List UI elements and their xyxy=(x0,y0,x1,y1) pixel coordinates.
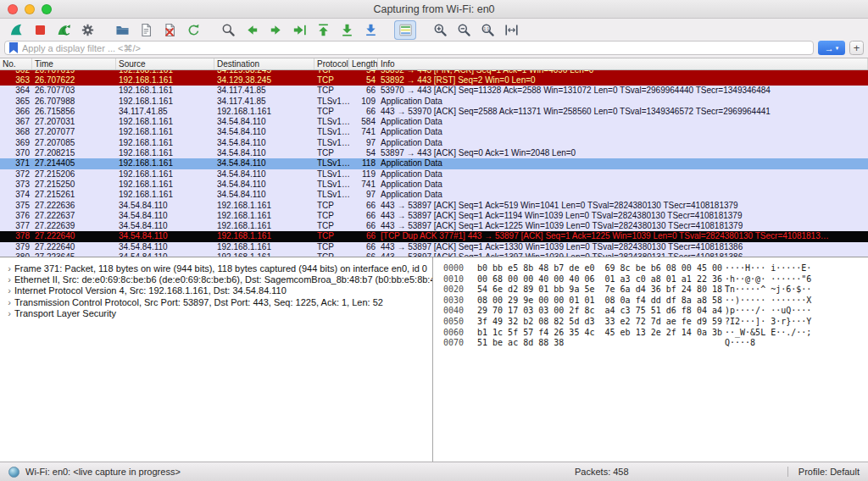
titlebar: Capturing from Wi-Fi: en0 xyxy=(0,0,868,19)
zoom-out-button[interactable] xyxy=(453,20,475,40)
packet-row-376[interactable]: 37627.22263734.54.84.110192.168.1.161TCP… xyxy=(0,211,868,221)
close-file-button[interactable] xyxy=(159,20,181,40)
cell-source: 34.54.84.110 xyxy=(116,201,214,211)
expander-icon[interactable]: › xyxy=(4,285,14,296)
add-filter-button[interactable]: + xyxy=(849,41,864,55)
detail-text: Frame 371: Packet, 118 bytes on wire (94… xyxy=(14,263,427,274)
colorize-button[interactable] xyxy=(394,20,416,40)
cell-length: 66 xyxy=(349,86,378,96)
packet-row-369[interactable]: 36927.207085192.168.1.16134.54.84.110TLS… xyxy=(0,138,868,148)
cell-time: 27.208215 xyxy=(32,148,116,158)
packet-row-378[interactable]: 37827.22264034.54.84.110192.168.1.161TCP… xyxy=(0,231,868,241)
column-header-info[interactable]: Info xyxy=(378,58,868,69)
cell-time: 27.207077 xyxy=(32,127,116,137)
detail-line[interactable]: ›Frame 371: Packet, 118 bytes on wire (9… xyxy=(4,263,432,274)
zoom-100-button[interactable]: 1:1 xyxy=(476,20,498,40)
go-forward-button[interactable] xyxy=(264,20,287,40)
column-header-destination[interactable]: Destination xyxy=(214,58,314,69)
hex-bytes: 51 be ac 8d 88 38 xyxy=(477,338,725,349)
hex-line[interactable]: 0060b1 1c 5f 57 f4 26 35 4c 45 eb 13 2e … xyxy=(443,328,868,339)
stop-capture-button[interactable] xyxy=(29,20,51,40)
packet-row-367[interactable]: 36727.207031192.168.1.16134.54.84.110TLS… xyxy=(0,117,868,127)
restart-capture-button[interactable] xyxy=(53,20,75,40)
cell-info: Application Data xyxy=(378,169,868,180)
packet-row-370[interactable]: 37027.208215192.168.1.16134.54.84.110TCP… xyxy=(0,148,868,158)
chevron-down-icon: ▾ xyxy=(836,45,839,52)
display-filter-box[interactable] xyxy=(4,41,814,55)
capture-options-button[interactable] xyxy=(76,20,98,40)
column-header-protocol[interactable]: Protocol xyxy=(314,58,349,69)
go-first-icon xyxy=(315,22,331,38)
hex-line[interactable]: 007051 be ac 8d 88 38Q····8 xyxy=(443,338,868,349)
hex-ascii: ·h··@·@· ······"6 xyxy=(725,274,811,284)
cell-length: 97 xyxy=(349,190,378,200)
find-packet-button[interactable] xyxy=(217,20,239,40)
column-header-time[interactable]: Time xyxy=(32,58,116,69)
packet-list-header: No.TimeSourceDestinationProtocolLengthIn… xyxy=(0,58,868,70)
hex-offset: 0000 xyxy=(443,263,477,274)
save-file-button[interactable] xyxy=(135,20,157,40)
go-back-button[interactable] xyxy=(241,20,263,40)
zoom-window-button[interactable] xyxy=(42,4,52,14)
packet-row-379[interactable]: 37927.22264034.54.84.110192.168.1.161TCP… xyxy=(0,242,868,252)
close-window-button[interactable] xyxy=(8,4,18,14)
packet-row-372[interactable]: 37227.215206192.168.1.16134.54.84.110TLS… xyxy=(0,169,868,180)
column-header-length[interactable]: Length xyxy=(349,58,378,69)
expander-icon[interactable]: › xyxy=(4,297,14,308)
filter-bookmark-icon[interactable] xyxy=(9,42,18,53)
expert-info-icon[interactable] xyxy=(8,467,19,478)
packet-row-363[interactable]: 36326.707622192.168.1.16134.129.38.245TC… xyxy=(0,75,868,86)
packet-row-365[interactable]: 36526.707988192.168.1.16134.117.41.85TLS… xyxy=(0,97,868,107)
column-header-no[interactable]: No. xyxy=(0,58,32,69)
minimize-window-button[interactable] xyxy=(25,4,35,14)
detail-line[interactable]: ›Transmission Control Protocol, Src Port… xyxy=(4,297,432,308)
auto-scroll-button[interactable] xyxy=(359,20,381,40)
reload-file-button[interactable] xyxy=(182,20,204,40)
packet-list: No.TimeSourceDestinationProtocolLengthIn… xyxy=(0,58,868,257)
close-file-icon xyxy=(162,22,178,38)
cell-info: Application Data xyxy=(378,190,868,200)
go-last-button[interactable] xyxy=(336,20,358,40)
hex-line[interactable]: 004029 70 17 03 03 00 2f 8c a4 c3 75 51 … xyxy=(443,306,868,317)
cell-destination: 34.54.84.110 xyxy=(214,117,314,127)
detail-line[interactable]: ›Ethernet II, Src: de:e0:69:8c:be:b6 (de… xyxy=(4,274,432,285)
packet-row-377[interactable]: 37727.22263934.54.84.110192.168.1.161TCP… xyxy=(0,221,868,231)
resize-columns-button[interactable] xyxy=(500,20,522,40)
packet-row-375[interactable]: 37527.22263634.54.84.110192.168.1.161TCP… xyxy=(0,201,868,211)
packet-row-364[interactable]: 36426.707703192.168.1.16134.117.41.85TCP… xyxy=(0,86,868,96)
column-header-source[interactable]: Source xyxy=(116,58,214,69)
cell-protocol: TLSv1… xyxy=(314,180,349,190)
detail-text: Internet Protocol Version 4, Src: 192.16… xyxy=(14,285,287,296)
packet-row-368[interactable]: 36827.207077192.168.1.16134.54.84.110TLS… xyxy=(0,127,868,137)
zoom-in-button[interactable] xyxy=(429,20,451,40)
go-to-packet-button[interactable] xyxy=(288,20,310,40)
expander-icon[interactable]: › xyxy=(4,263,14,274)
open-file-icon xyxy=(114,22,131,38)
packet-row-373[interactable]: 37327.215250192.168.1.16134.54.84.110TLS… xyxy=(0,180,868,190)
hex-line[interactable]: 00503f 49 32 b2 08 82 5d d3 33 e2 72 7d … xyxy=(443,317,868,328)
go-first-button[interactable] xyxy=(312,20,334,40)
cell-destination: 34.54.84.110 xyxy=(214,180,314,190)
detail-line[interactable]: ›Transport Layer Security xyxy=(4,308,432,319)
hex-line[interactable]: 003008 00 29 9e 00 00 01 01 08 0a f4 dd … xyxy=(443,296,868,307)
hex-line[interactable]: 001000 68 00 00 40 00 40 06 01 a3 c0 a8 … xyxy=(443,274,868,285)
cell-time: 26.707622 xyxy=(32,75,116,86)
detail-line[interactable]: ›Internet Protocol Version 4, Src: 192.1… xyxy=(4,285,432,296)
open-file-button[interactable] xyxy=(111,20,133,40)
start-capture-button[interactable] xyxy=(5,20,27,40)
expander-icon[interactable]: › xyxy=(4,308,14,319)
hex-ascii: Q····8 xyxy=(725,338,755,347)
cell-destination: 192.168.1.161 xyxy=(214,231,314,241)
expander-icon[interactable]: › xyxy=(4,274,14,285)
cell-time: 26.707988 xyxy=(32,97,116,107)
cell-source: 192.168.1.161 xyxy=(116,75,214,86)
profile-selector[interactable]: Profile: Default xyxy=(787,467,860,477)
hex-line[interactable]: 0000b0 bb e5 8b 48 b7 de e0 69 8c be b6 … xyxy=(443,263,868,274)
packet-row-366[interactable]: 36626.71585634.117.41.85192.168.1.161TCP… xyxy=(0,107,868,117)
packet-row-371[interactable]: 37127.214405192.168.1.16134.54.84.110TLS… xyxy=(0,158,868,169)
apply-filter-button[interactable]: →▾ xyxy=(818,41,845,55)
hex-line[interactable]: 002054 6e d2 89 01 bb 9a 5e 7e 6a d4 36 … xyxy=(443,285,868,296)
packet-row-374[interactable]: 37427.215261192.168.1.16134.54.84.110TLS… xyxy=(0,190,868,200)
display-filter-input[interactable] xyxy=(22,43,809,53)
go-back-icon xyxy=(244,22,260,38)
